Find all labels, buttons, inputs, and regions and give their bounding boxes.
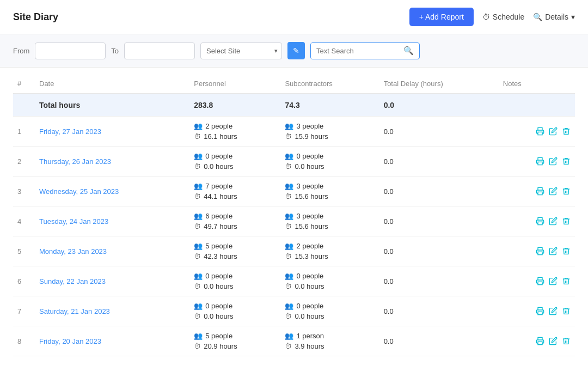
personnel-people: 5 people [205,242,232,250]
edit-button[interactable] [549,187,558,196]
delete-button[interactable] [562,157,571,166]
table-row: 2 Thursday, 26 Jan 2023 👥 0 people ⏱ 0.0… [13,147,575,177]
people-icon: 👥 [194,122,203,130]
row-date[interactable]: Wednesday, 25 Jan 2023 [35,177,189,206]
row-num: 5 [13,236,35,266]
edit-button[interactable] [549,337,558,345]
table-row: 8 Friday, 20 Jan 2023 👥 5 people ⏱ 20.9 … [13,326,575,356]
row-actions [499,236,575,266]
row-subcontractors: 👥 2 people ⏱ 15.3 hours [280,236,379,266]
print-button[interactable] [536,247,544,256]
table-body: Total hours 283.8 74.3 0.0 1 Friday, 27 … [13,94,575,356]
from-input[interactable] [35,42,106,59]
row-num: 8 [13,326,35,356]
clock-icon: ⏱ [285,222,292,230]
edit-button[interactable] [549,157,558,166]
pencil-icon: ✎ [293,46,299,55]
people-icon: 👥 [285,242,293,250]
edit-button[interactable] [549,277,558,285]
col-date: Date [35,72,189,94]
people-icon: 👥 [285,302,293,310]
row-delay: 0.0 [379,236,499,266]
row-date[interactable]: Sunday, 22 Jan 2023 [35,266,189,296]
sub-people: 0 people [296,152,323,160]
svg-rect-7 [538,342,542,344]
people-icon: 👥 [194,302,203,310]
personnel-hours: 42.3 hours [204,252,237,260]
row-num: 1 [13,117,35,147]
delete-button[interactable] [562,247,571,256]
people-icon: 👥 [194,212,203,220]
print-button[interactable] [536,217,544,226]
table-row: 5 Monday, 23 Jan 2023 👥 5 people ⏱ 42.3 … [13,236,575,266]
row-subcontractors: 👥 3 people ⏱ 15.6 hours [280,177,379,206]
delete-button[interactable] [562,337,571,345]
delete-button[interactable] [562,187,571,196]
clock-icon: ⏱ [194,222,201,230]
date-link[interactable]: Wednesday, 25 Jan 2023 [39,187,119,196]
table-row: 3 Wednesday, 25 Jan 2023 👥 7 people ⏱ 44… [13,177,575,206]
schedule-button[interactable]: ⏱ Schedule [482,13,524,21]
print-button[interactable] [536,307,544,315]
clock-icon: ⏱ [482,13,490,21]
print-button[interactable] [536,277,544,285]
clock-icon: ⏱ [194,312,201,320]
clock-icon: ⏱ [285,282,292,290]
clock-icon: ⏱ [194,282,201,290]
row-personnel: 👥 0 people ⏱ 0.0 hours [189,147,280,177]
people-icon: 👥 [194,272,203,280]
row-date[interactable]: Thursday, 26 Jan 2023 [35,147,189,177]
row-date[interactable]: Saturday, 21 Jan 2023 [35,296,189,326]
add-report-button[interactable]: + Add Report [409,8,474,26]
date-link[interactable]: Thursday, 26 Jan 2023 [39,157,111,166]
site-select-wrapper: Select Site ▾ [200,42,282,59]
date-link[interactable]: Sunday, 22 Jan 2023 [39,277,106,285]
search-input[interactable] [311,43,398,59]
sub-hours: 0.0 hours [295,312,324,320]
clock-icon: ⏱ [194,192,201,200]
date-link[interactable]: Tuesday, 24 Jan 2023 [39,217,108,226]
row-date[interactable]: Monday, 23 Jan 2023 [35,236,189,266]
row-date[interactable]: Tuesday, 24 Jan 2023 [35,206,189,236]
people-icon: 👥 [194,242,203,250]
edit-button[interactable] [549,217,558,226]
total-label: Total hours [35,94,189,117]
row-subcontractors: 👥 0 people ⏱ 0.0 hours [280,266,379,296]
row-num: 3 [13,177,35,206]
print-button[interactable] [536,337,544,345]
edit-button[interactable] [549,127,558,136]
delete-button[interactable] [562,127,571,136]
delete-button[interactable] [562,217,571,226]
print-button[interactable] [536,157,544,166]
svg-rect-4 [538,252,542,254]
edit-button[interactable] [549,247,558,256]
search-button[interactable]: 🔍 [398,46,419,56]
date-link[interactable]: Monday, 23 Jan 2023 [39,247,107,256]
header-actions: + Add Report ⏱ Schedule 🔍 Details ▾ [409,8,575,26]
date-link[interactable]: Saturday, 21 Jan 2023 [39,307,110,315]
sub-people: 3 people [296,122,323,130]
print-button[interactable] [536,187,544,196]
clock-icon: ⏱ [285,342,292,350]
personnel-hours: 16.1 hours [204,132,237,141]
delete-button[interactable] [562,277,571,285]
edit-button[interactable] [549,307,558,315]
row-date[interactable]: Friday, 20 Jan 2023 [35,326,189,356]
header: Site Diary + Add Report ⏱ Schedule 🔍 Det… [0,0,588,34]
print-button[interactable] [536,127,544,136]
date-link[interactable]: Friday, 27 Jan 2023 [39,127,101,136]
row-actions [499,296,575,326]
svg-rect-3 [538,222,542,224]
edit-icon-button[interactable]: ✎ [287,42,305,59]
date-link[interactable]: Friday, 20 Jan 2023 [39,337,101,345]
total-empty-num [13,94,35,117]
details-button[interactable]: 🔍 Details ▾ [533,13,575,21]
row-date[interactable]: Friday, 27 Jan 2023 [35,117,189,147]
clock-icon: ⏱ [194,342,201,350]
sub-people: 2 people [296,242,323,250]
sub-hours: 15.6 hours [295,192,328,200]
site-select[interactable]: Select Site [200,42,282,59]
to-input[interactable] [124,42,195,59]
row-num: 4 [13,206,35,236]
delete-button[interactable] [562,307,571,315]
